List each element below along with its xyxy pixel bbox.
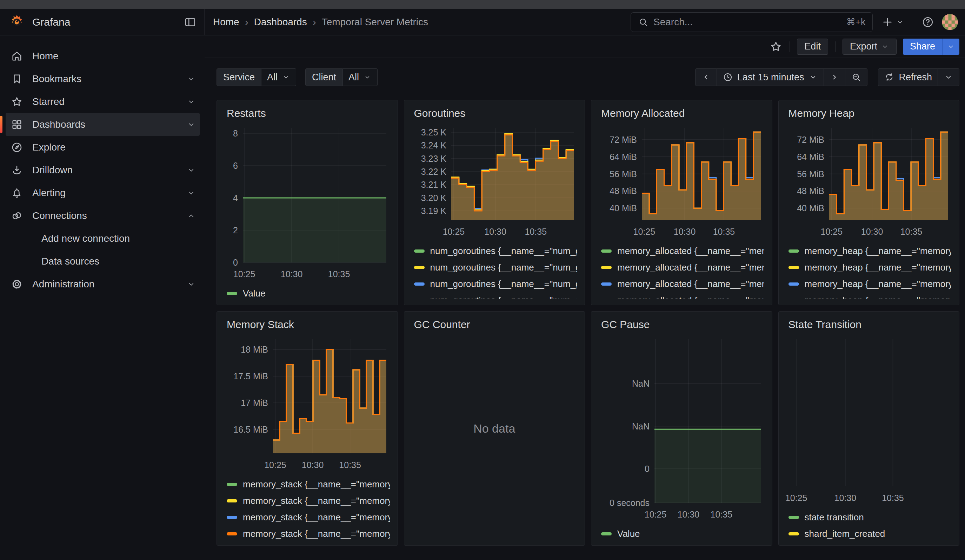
svg-text:10:25: 10:25	[233, 269, 255, 279]
dashboard-toolbar: Edit Export Share	[204, 36, 965, 58]
favorite-star-button[interactable]	[769, 40, 782, 53]
legend-label: num_goroutines {__name__="num_go	[430, 246, 577, 256]
panel-legend: memory_stack {__name__="memory_s memory_…	[224, 474, 390, 540]
panel-chart[interactable]: 72 MiB64 MiB56 MiB48 MiB40 MiB10:2510:30…	[787, 120, 952, 240]
svg-text:3.19 K: 3.19 K	[421, 206, 447, 216]
panel-title[interactable]: Goroutines	[412, 105, 577, 120]
legend-item[interactable]: Value	[601, 528, 764, 540]
panel-title[interactable]: GC Pause	[599, 317, 764, 331]
panel-chart[interactable]: NaNNaN00 seconds10:2510:3010:35	[599, 331, 764, 523]
sidebar-item-explore[interactable]: Explore	[6, 136, 200, 158]
edit-button[interactable]: Edit	[797, 39, 828, 55]
legend-item[interactable]: memory_allocated {__name__="memo	[601, 294, 764, 299]
breadcrumb-separator: ›	[312, 16, 316, 28]
svg-text:NaN: NaN	[632, 421, 649, 431]
svg-text:3.24 K: 3.24 K	[421, 140, 447, 150]
legend-item[interactable]: num_goroutines {__name__="num_go	[414, 294, 577, 299]
panel-title[interactable]: Restarts	[224, 105, 390, 120]
sidebar-item-data-sources[interactable]: Data sources	[6, 250, 200, 273]
refresh-icon	[884, 72, 895, 82]
help-button[interactable]	[921, 16, 934, 28]
legend-item[interactable]: memory_stack {__name__="memory_s	[227, 511, 390, 523]
svg-text:10:35: 10:35	[900, 227, 922, 237]
search-placeholder: Search...	[653, 16, 841, 28]
legend-item[interactable]: memory_allocated {__name__="memo	[601, 278, 764, 290]
legend-item[interactable]: Value	[227, 287, 390, 299]
time-range-picker[interactable]: Last 15 minutes	[717, 69, 824, 86]
sidebar-item-drilldown[interactable]: Drilldown	[6, 158, 200, 181]
refresh-button[interactable]: Refresh	[878, 69, 938, 86]
sidebar-toggle-icon[interactable]	[184, 16, 196, 28]
sidebar-item-alerting[interactable]: Alerting	[6, 181, 200, 204]
export-button[interactable]: Export	[842, 39, 896, 55]
client-filter[interactable]: Client All	[305, 69, 378, 86]
legend-item[interactable]: num_goroutines {__name__="num_go	[414, 245, 577, 257]
bookmark-icon	[10, 73, 23, 85]
legend-label: Value	[243, 288, 266, 299]
share-button-label: Share	[910, 41, 935, 52]
sidebar-item-dashboards[interactable]: Dashboards	[6, 113, 200, 136]
breadcrumb-separator: ›	[245, 16, 249, 28]
legend-label: memory_allocated {__name__="memo	[617, 262, 764, 273]
sidebar-item-bookmarks[interactable]: Bookmarks	[6, 67, 200, 90]
sidebar-item-label: Drilldown	[32, 165, 73, 176]
panel-title[interactable]: Memory Heap	[787, 105, 952, 120]
panel-title[interactable]: State Transition	[787, 317, 952, 331]
legend-item[interactable]: memory_heap {__name__="memory_h	[788, 278, 952, 290]
grafana-logo-icon[interactable]	[9, 15, 25, 30]
legend-item[interactable]: memory_stack {__name__="memory_s	[227, 495, 390, 507]
legend-label: memory_heap {__name__="memory_h	[805, 295, 952, 300]
plus-icon	[881, 16, 894, 28]
legend-item[interactable]: memory_stack {__name__="memory_s	[227, 528, 390, 540]
service-filter[interactable]: Service All	[216, 69, 296, 86]
filter-label: Service	[216, 69, 262, 86]
new-menu-button[interactable]	[881, 16, 904, 28]
breadcrumb-home[interactable]: Home	[213, 16, 239, 28]
search-shortcut: ⌘+k	[846, 16, 865, 28]
chevron-down-icon	[186, 97, 196, 107]
time-back-button[interactable]	[695, 69, 717, 86]
svg-text:10:30: 10:30	[677, 509, 700, 519]
legend-item[interactable]: num_goroutines {__name__="num_go	[414, 261, 577, 273]
sidebar-item-home[interactable]: Home	[6, 44, 200, 67]
sidebar-item-add-new-connection[interactable]: Add new connection	[6, 227, 200, 250]
legend-item[interactable]: memory_heap {__name__="memory_h	[788, 245, 952, 257]
sidebar-item-starred[interactable]: Starred	[6, 90, 200, 113]
panel-chart[interactable]: 8642010:2510:3010:35	[224, 120, 390, 283]
svg-text:16.5 MiB: 16.5 MiB	[233, 424, 268, 434]
panel-chart[interactable]: 18 MiB17.5 MiB17 MiB16.5 MiB10:2510:3010…	[224, 331, 390, 474]
panel-chart[interactable]: 72 MiB64 MiB56 MiB48 MiB40 MiB10:2510:30…	[599, 120, 764, 240]
svg-text:10:35: 10:35	[713, 227, 735, 237]
zoom-out-button[interactable]	[846, 69, 867, 86]
clock-icon	[723, 72, 733, 82]
share-button[interactable]: Share	[903, 39, 942, 55]
panel-chart[interactable]: 10:2510:3010:35	[787, 331, 952, 507]
legend-swatch	[227, 483, 237, 486]
legend-item[interactable]: memory_heap {__name__="memory_h	[788, 261, 952, 273]
apps-icon	[10, 118, 23, 131]
chevron-down-icon	[363, 73, 371, 82]
panel-title[interactable]: Memory Allocated	[599, 105, 764, 120]
share-menu-button[interactable]	[942, 39, 959, 55]
legend-item[interactable]: memory_allocated {__name__="memo	[601, 261, 764, 273]
legend-item[interactable]: state transition	[788, 511, 952, 523]
search-input[interactable]: Search... ⌘+k	[631, 12, 873, 32]
panel-gc-counter: GC Counter No data	[404, 311, 585, 545]
bell-icon	[10, 187, 23, 199]
legend-item[interactable]: memory_stack {__name__="memory_s	[227, 478, 390, 490]
avatar[interactable]	[942, 14, 958, 30]
legend-item[interactable]: num_goroutines {__name__="num_go	[414, 278, 577, 290]
breadcrumb-dashboards[interactable]: Dashboards	[254, 16, 307, 28]
panel-chart[interactable]: 3.25 K3.24 K3.23 K3.22 K3.21 K3.20 K3.19…	[412, 120, 577, 240]
refresh-interval-button[interactable]	[938, 69, 959, 86]
sidebar-item-label: Alerting	[32, 188, 65, 199]
sidebar-item-administration[interactable]: Administration	[6, 273, 200, 296]
legend-item[interactable]: shard_item_created	[788, 528, 952, 540]
legend-item[interactable]: memory_allocated {__name__="memo	[601, 245, 764, 257]
toolbar-divider	[835, 41, 836, 52]
legend-item[interactable]: memory_heap {__name__="memory_h	[788, 294, 952, 299]
panel-title[interactable]: Memory Stack	[224, 317, 390, 331]
svg-text:10:30: 10:30	[834, 493, 856, 503]
time-forward-button[interactable]	[824, 69, 846, 86]
sidebar-item-connections[interactable]: Connections	[6, 204, 200, 227]
